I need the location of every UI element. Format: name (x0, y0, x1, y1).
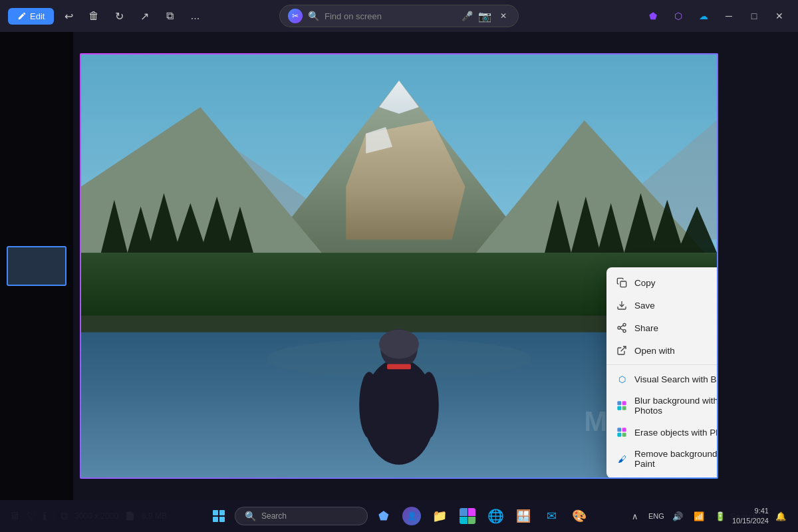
svg-rect-41 (622, 401, 626, 405)
tray-language[interactable]: ENG (647, 507, 666, 525)
context-separator-1 (606, 364, 718, 365)
svg-rect-42 (617, 406, 621, 410)
delete-button[interactable]: 🗑 (83, 5, 104, 27)
bing-icon: ⬡ (616, 373, 628, 385)
save-icon (616, 299, 628, 311)
svg-rect-32 (620, 281, 626, 287)
tray-volume[interactable]: 🔊 (668, 507, 687, 525)
paint-icon: 🖌 (616, 453, 628, 465)
search-icon: 🔍 (308, 11, 319, 21)
svg-point-30 (379, 330, 419, 359)
svg-point-35 (618, 327, 620, 329)
taskbar-search-input[interactable] (261, 511, 341, 521)
minimize-button[interactable]: ─ (718, 5, 739, 27)
tray-network[interactable]: 📶 (690, 507, 708, 525)
image-frame: Copy Ctrl+C Save Share Open with (80, 53, 718, 479)
tray-battery[interactable]: 🔋 (711, 507, 730, 525)
taskbar-search[interactable]: 🔍 (235, 507, 368, 525)
maximize-button[interactable]: □ (743, 5, 765, 27)
system-clock[interactable]: 9:41 10/15/2024 (732, 506, 769, 527)
undo-button[interactable]: ↩ (58, 5, 79, 27)
title-bar: Edit ↩ 🗑 ↻ ↗ ⧉ ... ✂ 🔍 🎤 📷 ✕ ⬟ ⬡ ☁ ─ □ ✕ (0, 0, 798, 32)
thumbnail-selected[interactable] (7, 246, 66, 286)
svg-rect-43 (622, 406, 626, 410)
svg-line-38 (620, 325, 624, 327)
taskbar-widgets[interactable]: ⬟ (372, 504, 396, 528)
svg-rect-31 (387, 364, 411, 369)
mic-button[interactable]: 🎤 (462, 11, 473, 21)
photos-blur-icon (616, 400, 628, 412)
copy-toolbar-button[interactable]: ⧉ (159, 5, 180, 27)
taskbar-center: 🔍 ⬟ 👤 📁 🌐 🪟 ✉ 🎨 (207, 504, 591, 528)
thumbnail-strip (0, 32, 73, 500)
edit-button[interactable]: Edit (8, 8, 54, 25)
context-erase[interactable]: Erase objects with Photos (606, 421, 718, 444)
taskbar-mail[interactable]: ✉ (539, 504, 563, 528)
close-button[interactable]: ✕ (769, 5, 790, 27)
copy-icon (616, 277, 628, 289)
taskbar-photos[interactable] (456, 504, 479, 528)
taskbar-edge[interactable]: 🌐 (483, 504, 507, 528)
search-bar: ✂ 🔍 🎤 📷 ✕ (279, 5, 519, 27)
svg-rect-40 (617, 401, 621, 405)
start-button[interactable] (207, 504, 231, 528)
taskbar-right: ∧ ENG 🔊 📶 🔋 9:41 10/15/2024 🔔 (626, 506, 790, 527)
taskbar-search-icon: 🔍 (245, 511, 256, 521)
context-blur-bg[interactable]: Blur background with Photos (606, 390, 718, 421)
search-bar-container: ✂ 🔍 🎤 📷 ✕ (279, 5, 519, 27)
svg-line-37 (620, 329, 624, 331)
main-area: Copy Ctrl+C Save Share Open with (0, 32, 798, 500)
rotate-button[interactable]: ↻ (108, 5, 130, 27)
onedrive-icon[interactable]: ☁ (693, 5, 714, 27)
search-input[interactable] (325, 11, 456, 21)
taskbar-explorer[interactable]: 📁 (428, 504, 452, 528)
share-icon (616, 322, 628, 334)
svg-point-36 (623, 330, 626, 332)
open-with-icon (616, 344, 628, 356)
system-tray: ∧ ENG 🔊 📶 🔋 9:41 10/15/2024 🔔 (626, 506, 790, 527)
snip-app-icon: ✂ (288, 9, 303, 23)
svg-point-34 (623, 323, 626, 326)
svg-point-28 (419, 372, 439, 438)
svg-rect-44 (617, 428, 621, 432)
svg-point-27 (359, 372, 379, 438)
context-menu: Copy Ctrl+C Save Share Open with (606, 267, 718, 478)
context-copy[interactable]: Copy Ctrl+C (606, 271, 718, 294)
context-open-with[interactable]: Open with › (606, 339, 718, 362)
tray-notification[interactable]: 🔔 (771, 507, 790, 525)
camera-button[interactable]: 📷 (478, 10, 491, 23)
svg-rect-46 (617, 433, 621, 437)
tray-up-arrow[interactable]: ∧ (626, 507, 644, 525)
taskbar-store[interactable]: 🪟 (511, 504, 535, 528)
title-bar-right: ⬟ ⬡ ☁ ─ □ ✕ (642, 5, 790, 27)
svg-rect-45 (622, 428, 626, 432)
more-toolbar-button[interactable]: ... (184, 5, 205, 27)
context-remove-bg[interactable]: 🖌 Remove background with Paint (606, 444, 718, 474)
windows-logo (213, 510, 225, 522)
svg-line-39 (621, 346, 626, 351)
svg-rect-47 (622, 433, 626, 437)
context-save[interactable]: Save (606, 294, 718, 317)
context-share[interactable]: Share (606, 317, 718, 339)
photos-erase-icon (616, 426, 628, 438)
share-button[interactable]: ↗ (134, 5, 155, 27)
close-search-button[interactable]: ✕ (497, 9, 510, 23)
taskbar: 🔍 ⬟ 👤 📁 🌐 🪟 ✉ 🎨 ∧ ENG 🔊 📶 🔋 (0, 500, 798, 532)
taskbar-paint[interactable]: 🎨 (567, 504, 591, 528)
taskview-icon[interactable]: ⬡ (668, 5, 689, 27)
taskbar-avatar[interactable]: 👤 (400, 504, 424, 528)
context-visual-search[interactable]: ⬡ Visual Search with Bing (606, 368, 718, 390)
widget-icon[interactable]: ⬟ (642, 5, 664, 27)
